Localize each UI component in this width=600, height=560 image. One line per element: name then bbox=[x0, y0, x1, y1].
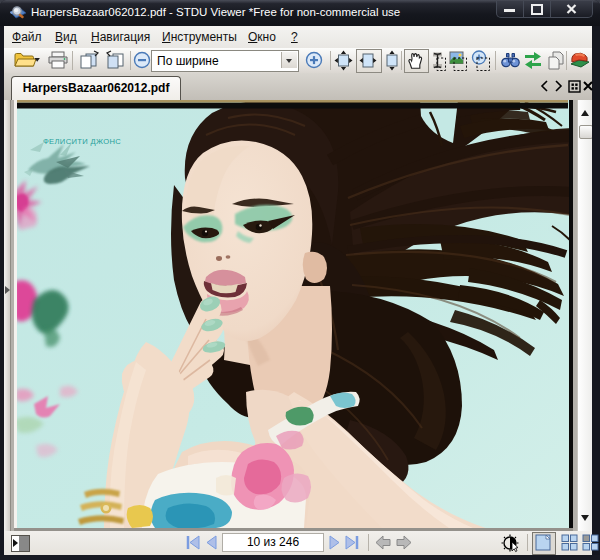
svg-text:ФЕЛИСИТИ ДЖОНС: ФЕЛИСИТИ ДЖОНС bbox=[43, 137, 121, 146]
